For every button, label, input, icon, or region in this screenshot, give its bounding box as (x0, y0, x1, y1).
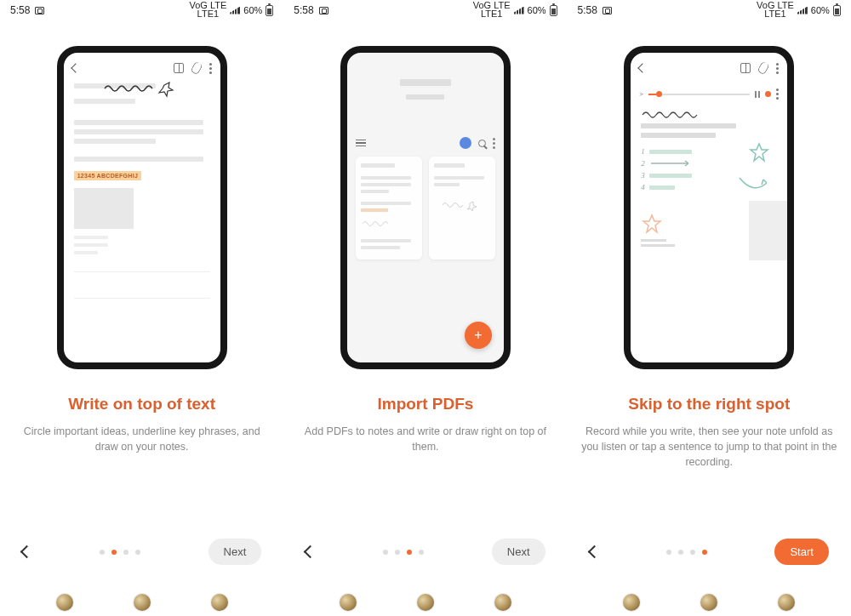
image-placeholder (74, 188, 134, 229)
side-placeholder (749, 201, 787, 260)
decorative-coins (568, 594, 851, 611)
next-button[interactable]: Next (492, 539, 545, 565)
search-icon[interactable] (478, 140, 486, 147)
phone-mockup: + (340, 46, 511, 369)
screenshot-icon (35, 7, 44, 14)
player-more-icon[interactable] (776, 88, 779, 100)
decorative-coins (0, 594, 283, 611)
onboarding-nav: Next (283, 539, 567, 565)
attach-icon[interactable] (190, 60, 203, 75)
phone-mockup: 12345 ABCDEFGHIJ (57, 46, 227, 369)
audio-player[interactable]: > (631, 83, 787, 105)
phone-mockup: > 1 2 3 4 (624, 46, 794, 369)
status-bar: 5:58 VoG LTELTE1 60% (283, 0, 567, 20)
network-icon: VoG LTELTE1 (189, 2, 226, 19)
attach-icon[interactable] (757, 60, 770, 75)
arrow-doodle-icon (736, 174, 770, 197)
back-icon[interactable] (638, 63, 648, 72)
signal-icon (797, 7, 808, 14)
highlighted-text: 12345 ABCDEFGHIJ (74, 171, 141, 180)
caption-desc: Circle important ideas, underline key ph… (12, 424, 271, 454)
cloud-sync-icon[interactable] (460, 137, 471, 149)
status-time: 5:58 (294, 4, 313, 16)
network-icon: VoG LTELTE1 (757, 2, 794, 19)
battery-text: 60% (243, 5, 262, 15)
battery-icon (550, 5, 557, 16)
caption-title: Skip to the right spot (580, 395, 839, 414)
page-icon[interactable] (174, 63, 184, 73)
status-time: 5:58 (10, 4, 30, 16)
page-indicator (100, 550, 140, 555)
next-button[interactable]: Next (208, 539, 262, 565)
caption-desc: Record while you write, then see your no… (580, 424, 839, 470)
page-indicator (666, 550, 707, 555)
onboarding-pane-3: 5:58 VoG LTELTE1 60% > (568, 0, 851, 616)
pause-icon[interactable] (755, 91, 760, 98)
screenshot-icon (603, 7, 612, 14)
page-icon[interactable] (740, 63, 751, 73)
numbered-list: 1 2 3 4 (631, 142, 787, 200)
prev-button[interactable] (20, 545, 34, 559)
caption-title: Import PDFs (295, 395, 555, 414)
signal-icon (230, 7, 240, 14)
more-icon[interactable] (209, 63, 212, 74)
status-bar: 5:58 VoG LTELTE1 60% (568, 0, 851, 20)
note-thumb[interactable] (429, 157, 495, 260)
prev-button[interactable] (587, 545, 601, 559)
onboarding-caption: Skip to the right spot Record while you … (568, 395, 851, 470)
squiggle-annotation (74, 82, 176, 99)
battery-icon (266, 5, 273, 16)
onboarding-nav: Start (568, 539, 851, 565)
onboarding-pane-1: 5:58 VoG LTELTE1 60% (0, 0, 283, 616)
decorative-coins (283, 594, 567, 611)
page-indicator (383, 550, 424, 555)
note-thumbnails (347, 157, 504, 260)
prev-button[interactable] (304, 545, 317, 559)
onboarding-pane-2: 5:58 VoG LTELTE1 60% (283, 0, 567, 616)
mini-toolbar (347, 129, 504, 157)
battery-text: 60% (528, 5, 546, 15)
hamburger-icon[interactable] (356, 140, 366, 147)
caption-title: Write on top of text (12, 395, 271, 414)
app-toolbar (64, 53, 220, 83)
squiggle-annotation (641, 110, 726, 120)
status-time: 5:58 (578, 4, 597, 16)
note-thumb[interactable] (356, 157, 422, 260)
onboarding-caption: Import PDFs Add PDFs to notes and write … (283, 395, 567, 454)
note-content: 12345 ABCDEFGHIJ (64, 83, 220, 299)
screenshot-icon (319, 7, 328, 14)
more-icon[interactable] (776, 63, 779, 74)
battery-icon (833, 5, 841, 16)
onboarding-caption: Write on top of text Circle important id… (0, 395, 283, 454)
play-icon[interactable]: > (639, 90, 643, 98)
onboarding-nav: Next (0, 539, 283, 565)
app-toolbar (631, 53, 787, 83)
more-icon[interactable] (493, 138, 495, 149)
fab-add-button[interactable]: + (465, 322, 492, 349)
back-icon[interactable] (71, 63, 80, 72)
status-bar: 5:58 VoG LTELTE1 60% (0, 0, 283, 20)
network-icon: VoG LTELTE1 (473, 2, 511, 19)
caption-desc: Add PDFs to notes and write or draw righ… (295, 424, 555, 454)
battery-text: 60% (811, 5, 830, 15)
star-doodle-icon (748, 142, 770, 169)
signal-icon (514, 7, 524, 14)
record-icon[interactable] (765, 91, 771, 97)
start-button[interactable]: Start (774, 539, 828, 565)
